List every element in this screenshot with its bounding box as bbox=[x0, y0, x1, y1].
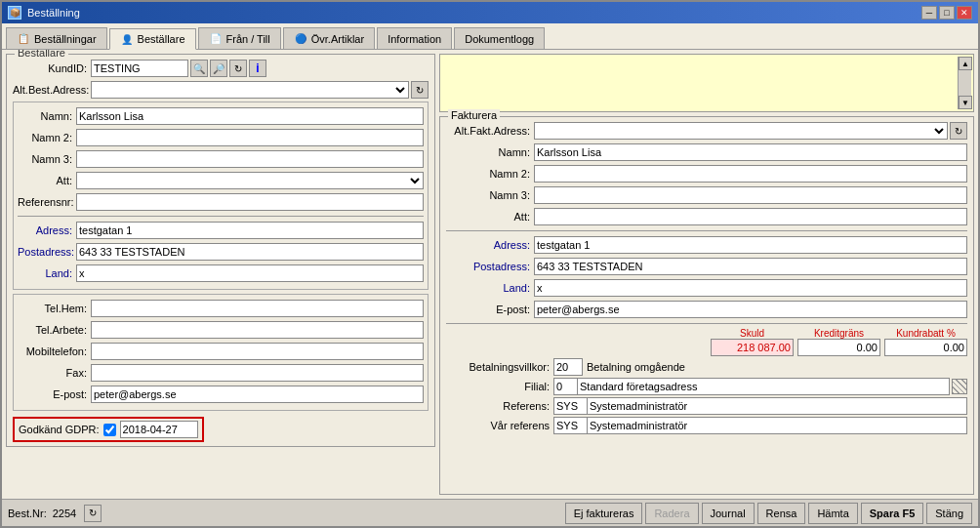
filial-label: Filial: bbox=[446, 381, 553, 392]
restore-button[interactable]: □ bbox=[939, 6, 955, 20]
kreditgrans-label: Kreditgräns bbox=[814, 328, 864, 339]
referensnr-input[interactable] bbox=[76, 193, 424, 211]
kundid-input[interactable] bbox=[91, 60, 188, 77]
journal-button[interactable]: Journal bbox=[702, 503, 755, 524]
status-action-icon[interactable]: ↻ bbox=[84, 505, 102, 522]
epost-row: E-post: bbox=[18, 385, 424, 404]
var-referens-label: Vår referens bbox=[446, 420, 553, 431]
alt-fakt-select[interactable] bbox=[534, 122, 948, 140]
gdpr-checkbox[interactable] bbox=[103, 424, 116, 436]
epost-input[interactable] bbox=[91, 386, 424, 403]
tabs-bar: 📋 Beställningar 👤 Beställare 📄 Från / Ti… bbox=[2, 23, 978, 50]
tel-arbete-input[interactable] bbox=[91, 321, 424, 339]
f-postadress-input[interactable] bbox=[534, 258, 967, 275]
info-icon[interactable]: i bbox=[249, 60, 266, 77]
referens-name[interactable] bbox=[588, 397, 967, 415]
filial-code[interactable] bbox=[553, 378, 578, 395]
skuld-value[interactable] bbox=[711, 339, 794, 356]
tab-fran-till[interactable]: 📄 Från / Till bbox=[198, 27, 281, 49]
f-namn3-label: Namn 3: bbox=[446, 189, 534, 201]
land-label: Land: bbox=[18, 267, 76, 279]
tab-dokumentlogg[interactable]: Dokumentlogg bbox=[454, 27, 545, 49]
att-select[interactable] bbox=[76, 172, 424, 189]
f-adress-input[interactable] bbox=[534, 236, 967, 254]
title-bar: 📦 Beställning ─ □ ✕ bbox=[2, 2, 978, 23]
tel-arbete-row: Tel.Arbete: bbox=[18, 320, 424, 340]
filial-combined bbox=[553, 378, 967, 395]
alt-fakt-row: Alt.Fakt.Adress: ↻ bbox=[446, 121, 967, 141]
hamta-button[interactable]: Hämta bbox=[808, 503, 857, 524]
kundrabatt-box: Kundrabatt % bbox=[884, 328, 967, 356]
tel-hem-input[interactable] bbox=[91, 300, 424, 317]
kundrabatt-value[interactable] bbox=[884, 339, 967, 356]
f-namn-input[interactable] bbox=[534, 143, 967, 161]
namn-input[interactable] bbox=[76, 107, 424, 125]
betalningsvillkor-text: Betalning omgående bbox=[587, 361, 685, 373]
close-button[interactable]: ✕ bbox=[957, 6, 972, 20]
tab-fran-till-label: Från / Till bbox=[226, 33, 270, 45]
action-buttons: Ej faktureras Radera Journal Rensa Hämta… bbox=[565, 503, 972, 524]
notes-scroll-down[interactable]: ▼ bbox=[959, 96, 972, 109]
f-namn3-input[interactable] bbox=[534, 186, 967, 204]
fax-input[interactable] bbox=[91, 364, 424, 382]
tab-information[interactable]: Information bbox=[377, 27, 452, 49]
notes-scroll-up[interactable]: ▲ bbox=[959, 57, 972, 70]
alt-best-action-icon[interactable]: ↻ bbox=[411, 81, 429, 99]
namn3-input[interactable] bbox=[76, 150, 424, 168]
fran-till-icon: 📄 bbox=[209, 32, 223, 46]
f-land-label: Land: bbox=[446, 282, 534, 294]
f-adress-label: Adress: bbox=[446, 239, 534, 251]
stang-button[interactable]: Stäng bbox=[926, 503, 972, 524]
f-namn2-input[interactable] bbox=[534, 165, 967, 183]
radera-button[interactable]: Radera bbox=[645, 503, 698, 524]
alt-best-select[interactable] bbox=[91, 81, 409, 99]
att-row: Att: bbox=[18, 171, 424, 190]
kundrabatt-label: Kundrabatt % bbox=[896, 328, 956, 339]
tel-arbete-label: Tel.Arbete: bbox=[18, 324, 91, 336]
refresh-icon[interactable]: ↻ bbox=[229, 60, 247, 77]
kreditgrans-value[interactable] bbox=[797, 339, 880, 356]
namn-row: Namn: bbox=[18, 106, 424, 126]
filial-striped-icon bbox=[952, 379, 967, 394]
betalningsvillkor-code[interactable] bbox=[553, 358, 583, 376]
alt-fakt-action-icon[interactable]: ↻ bbox=[950, 122, 967, 140]
skuld-label: Skuld bbox=[740, 328, 764, 339]
alt-best-row: Alt.Best.Adress: ↻ bbox=[13, 80, 429, 100]
postadress-label: Postadress: bbox=[18, 246, 76, 258]
land-input[interactable] bbox=[76, 264, 424, 282]
namn-label: Namn: bbox=[18, 110, 76, 122]
var-referens-name[interactable] bbox=[588, 417, 967, 434]
tab-ovr-artiklar[interactable]: 🔵 Övr.Artiklar bbox=[283, 27, 375, 49]
var-referens-combined bbox=[553, 417, 967, 434]
tab-bestallare[interactable]: 👤 Beställare bbox=[109, 28, 196, 50]
rensa-button[interactable]: Rensa bbox=[757, 503, 806, 524]
search-binoculars-icon[interactable]: 🔍 bbox=[190, 60, 208, 77]
kundid-row: KundID: 🔍 🔎 ↻ i bbox=[13, 59, 429, 78]
var-referens-code[interactable] bbox=[553, 417, 588, 434]
mobiltelefon-input[interactable] bbox=[91, 343, 424, 360]
tab-bestallningar[interactable]: 📋 Beställningar bbox=[6, 27, 107, 49]
f-epost-input[interactable] bbox=[534, 301, 967, 318]
tab-information-label: Information bbox=[388, 33, 441, 45]
ej-faktureras-button[interactable]: Ej faktureras bbox=[565, 503, 643, 524]
filial-name[interactable] bbox=[578, 378, 950, 395]
gdpr-row: Godkänd GDPR: bbox=[13, 417, 429, 442]
f-postadress-label: Postadress: bbox=[446, 261, 534, 272]
f-land-input[interactable] bbox=[534, 279, 967, 297]
referens-code[interactable] bbox=[553, 397, 588, 415]
referens-row: Referens: bbox=[446, 397, 967, 415]
spara-button[interactable]: Spara F5 bbox=[861, 503, 923, 524]
bestallare-icon: 👤 bbox=[120, 32, 134, 46]
minimize-button[interactable]: ─ bbox=[921, 6, 937, 20]
f-att-input[interactable] bbox=[534, 208, 967, 225]
alt-best-label: Alt.Best.Adress: bbox=[13, 84, 91, 96]
att-label: Att: bbox=[18, 175, 76, 186]
namn2-input[interactable] bbox=[76, 129, 424, 146]
gdpr-label: Godkänd GDPR: bbox=[19, 424, 100, 435]
adress-input[interactable] bbox=[76, 222, 424, 239]
postadress-input[interactable] bbox=[76, 243, 424, 261]
f-land-row: Land: bbox=[446, 278, 967, 298]
search-icon[interactable]: 🔎 bbox=[210, 60, 227, 77]
mobiltelefon-row: Mobiltelefon: bbox=[18, 342, 424, 361]
gdpr-date-input[interactable] bbox=[120, 421, 198, 438]
